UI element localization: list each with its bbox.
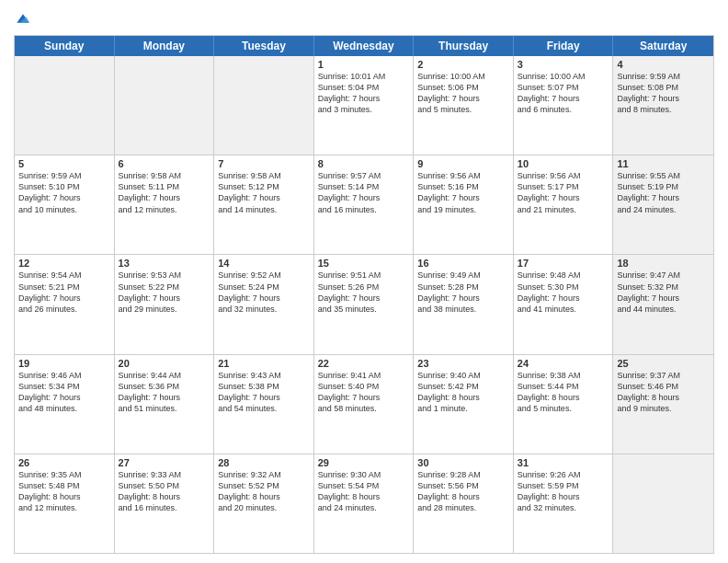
calendar-cell: 19Sunrise: 9:46 AM Sunset: 5:34 PM Dayli… [15, 355, 115, 454]
calendar-cell: 16Sunrise: 9:49 AM Sunset: 5:28 PM Dayli… [414, 255, 514, 353]
calendar-cell: 11Sunrise: 9:55 AM Sunset: 5:19 PM Dayli… [613, 155, 713, 254]
day-number: 31 [518, 457, 609, 468]
calendar-cell: 25Sunrise: 9:37 AM Sunset: 5:46 PM Dayli… [613, 355, 713, 454]
day-number: 15 [318, 258, 410, 269]
cell-detail: Sunrise: 9:54 AM Sunset: 5:21 PM Dayligh… [18, 270, 110, 315]
day-number: 22 [318, 358, 410, 369]
calendar-cell [613, 454, 713, 553]
calendar-cell: 29Sunrise: 9:30 AM Sunset: 5:54 PM Dayli… [314, 454, 415, 553]
cell-detail: Sunrise: 9:28 AM Sunset: 5:56 PM Dayligh… [417, 469, 509, 514]
day-number: 17 [518, 258, 609, 269]
calendar-cell: 5Sunrise: 9:59 AM Sunset: 5:10 PM Daylig… [15, 155, 115, 254]
day-number: 3 [518, 59, 609, 70]
cell-detail: Sunrise: 10:00 AM Sunset: 5:06 PM Daylig… [417, 71, 509, 116]
logo [14, 9, 36, 28]
day-number: 30 [417, 457, 509, 468]
cell-detail: Sunrise: 9:32 AM Sunset: 5:52 PM Dayligh… [218, 469, 310, 514]
cell-detail: Sunrise: 9:59 AM Sunset: 5:10 PM Dayligh… [18, 170, 110, 215]
cell-detail: Sunrise: 9:59 AM Sunset: 5:08 PM Dayligh… [617, 71, 710, 116]
day-number: 8 [318, 158, 410, 169]
cell-detail: Sunrise: 9:44 AM Sunset: 5:36 PM Dayligh… [119, 370, 210, 415]
day-number: 19 [18, 358, 110, 369]
calendar-cell: 2Sunrise: 10:00 AM Sunset: 5:06 PM Dayli… [414, 56, 514, 155]
calendar-cell: 31Sunrise: 9:26 AM Sunset: 5:59 PM Dayli… [514, 454, 614, 553]
day-number: 20 [119, 358, 210, 369]
day-number: 26 [18, 457, 110, 468]
logo-icon [14, 9, 32, 28]
cell-detail: Sunrise: 9:35 AM Sunset: 5:48 PM Dayligh… [18, 469, 110, 514]
day-number: 1 [318, 59, 410, 70]
cell-detail: Sunrise: 10:00 AM Sunset: 5:07 PM Daylig… [518, 71, 609, 116]
calendar-week-1: 1Sunrise: 10:01 AM Sunset: 5:04 PM Dayli… [15, 56, 713, 155]
calendar-cell: 30Sunrise: 9:28 AM Sunset: 5:56 PM Dayli… [414, 454, 514, 553]
header-day-wednesday: Wednesday [314, 36, 415, 56]
day-number: 4 [617, 59, 710, 70]
cell-detail: Sunrise: 9:33 AM Sunset: 5:50 PM Dayligh… [119, 469, 210, 514]
calendar-cell: 18Sunrise: 9:47 AM Sunset: 5:32 PM Dayli… [613, 255, 713, 353]
cell-detail: Sunrise: 9:40 AM Sunset: 5:42 PM Dayligh… [417, 370, 509, 415]
calendar-cell [214, 56, 314, 155]
calendar-cell: 26Sunrise: 9:35 AM Sunset: 5:48 PM Dayli… [15, 454, 115, 553]
day-number: 23 [417, 358, 509, 369]
day-number: 16 [417, 258, 509, 269]
header [14, 9, 714, 28]
calendar-cell: 12Sunrise: 9:54 AM Sunset: 5:21 PM Dayli… [15, 255, 115, 353]
calendar-cell: 20Sunrise: 9:44 AM Sunset: 5:36 PM Dayli… [115, 355, 215, 454]
calendar-cell: 9Sunrise: 9:56 AM Sunset: 5:16 PM Daylig… [414, 155, 514, 254]
calendar-header-row: SundayMondayTuesdayWednesdayThursdayFrid… [15, 36, 713, 56]
day-number: 5 [18, 158, 110, 169]
day-number: 10 [518, 158, 609, 169]
cell-detail: Sunrise: 9:56 AM Sunset: 5:16 PM Dayligh… [417, 170, 509, 215]
calendar-cell: 22Sunrise: 9:41 AM Sunset: 5:40 PM Dayli… [314, 355, 415, 454]
calendar-cell: 24Sunrise: 9:38 AM Sunset: 5:44 PM Dayli… [514, 355, 614, 454]
page: SundayMondayTuesdayWednesdayThursdayFrid… [0, 0, 728, 563]
header-day-tuesday: Tuesday [214, 36, 314, 56]
day-number: 18 [617, 258, 710, 269]
day-number: 14 [218, 258, 310, 269]
cell-detail: Sunrise: 9:53 AM Sunset: 5:22 PM Dayligh… [119, 270, 210, 315]
cell-detail: Sunrise: 9:56 AM Sunset: 5:17 PM Dayligh… [518, 170, 609, 215]
calendar-cell: 10Sunrise: 9:56 AM Sunset: 5:17 PM Dayli… [514, 155, 614, 254]
day-number: 21 [218, 358, 310, 369]
calendar-cell: 21Sunrise: 9:43 AM Sunset: 5:38 PM Dayli… [214, 355, 314, 454]
cell-detail: Sunrise: 9:48 AM Sunset: 5:30 PM Dayligh… [518, 270, 609, 315]
day-number: 28 [218, 457, 310, 468]
calendar-cell: 17Sunrise: 9:48 AM Sunset: 5:30 PM Dayli… [514, 255, 614, 353]
header-day-thursday: Thursday [414, 36, 514, 56]
day-number: 7 [218, 158, 310, 169]
calendar-cell: 8Sunrise: 9:57 AM Sunset: 5:14 PM Daylig… [314, 155, 415, 254]
day-number: 2 [417, 59, 509, 70]
calendar-cell: 23Sunrise: 9:40 AM Sunset: 5:42 PM Dayli… [414, 355, 514, 454]
cell-detail: Sunrise: 9:43 AM Sunset: 5:38 PM Dayligh… [218, 370, 310, 415]
calendar-cell: 7Sunrise: 9:58 AM Sunset: 5:12 PM Daylig… [214, 155, 314, 254]
calendar-week-4: 19Sunrise: 9:46 AM Sunset: 5:34 PM Dayli… [15, 355, 713, 454]
header-day-friday: Friday [514, 36, 614, 56]
header-day-monday: Monday [115, 36, 215, 56]
day-number: 27 [119, 457, 210, 468]
calendar: SundayMondayTuesdayWednesdayThursdayFrid… [14, 35, 714, 554]
cell-detail: Sunrise: 9:26 AM Sunset: 5:59 PM Dayligh… [518, 469, 609, 514]
cell-detail: Sunrise: 9:55 AM Sunset: 5:19 PM Dayligh… [617, 170, 710, 215]
header-day-saturday: Saturday [613, 36, 713, 56]
day-number: 6 [119, 158, 210, 169]
calendar-cell: 28Sunrise: 9:32 AM Sunset: 5:52 PM Dayli… [214, 454, 314, 553]
calendar-week-2: 5Sunrise: 9:59 AM Sunset: 5:10 PM Daylig… [15, 155, 713, 255]
cell-detail: Sunrise: 10:01 AM Sunset: 5:04 PM Daylig… [318, 71, 410, 116]
calendar-body: 1Sunrise: 10:01 AM Sunset: 5:04 PM Dayli… [15, 56, 713, 553]
cell-detail: Sunrise: 9:30 AM Sunset: 5:54 PM Dayligh… [318, 469, 410, 514]
day-number: 12 [18, 258, 110, 269]
cell-detail: Sunrise: 9:37 AM Sunset: 5:46 PM Dayligh… [617, 370, 710, 415]
cell-detail: Sunrise: 9:49 AM Sunset: 5:28 PM Dayligh… [417, 270, 509, 315]
day-number: 25 [617, 358, 710, 369]
cell-detail: Sunrise: 9:38 AM Sunset: 5:44 PM Dayligh… [518, 370, 609, 415]
calendar-cell: 4Sunrise: 9:59 AM Sunset: 5:08 PM Daylig… [613, 56, 713, 155]
calendar-cell: 15Sunrise: 9:51 AM Sunset: 5:26 PM Dayli… [314, 255, 415, 353]
cell-detail: Sunrise: 9:52 AM Sunset: 5:24 PM Dayligh… [218, 270, 310, 315]
calendar-cell: 3Sunrise: 10:00 AM Sunset: 5:07 PM Dayli… [514, 56, 614, 155]
cell-detail: Sunrise: 9:51 AM Sunset: 5:26 PM Dayligh… [318, 270, 410, 315]
calendar-week-3: 12Sunrise: 9:54 AM Sunset: 5:21 PM Dayli… [15, 255, 713, 354]
day-number: 13 [119, 258, 210, 269]
calendar-week-5: 26Sunrise: 9:35 AM Sunset: 5:48 PM Dayli… [15, 454, 713, 553]
calendar-cell: 1Sunrise: 10:01 AM Sunset: 5:04 PM Dayli… [314, 56, 415, 155]
calendar-cell [115, 56, 215, 155]
